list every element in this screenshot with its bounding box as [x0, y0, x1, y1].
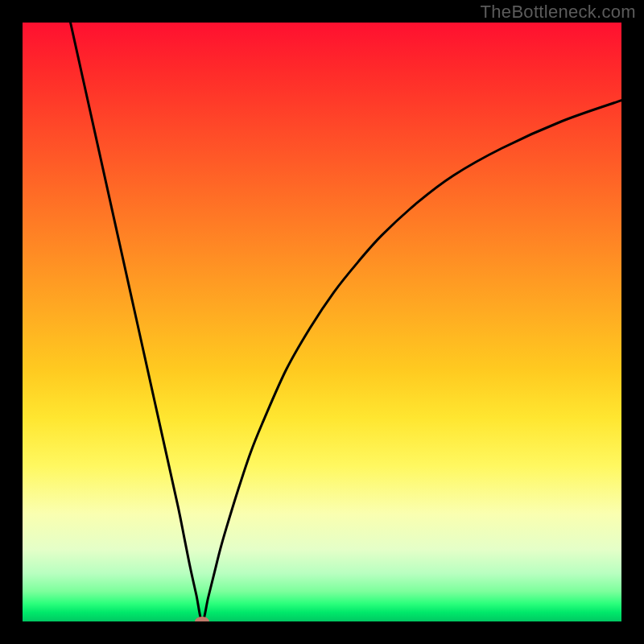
bottleneck-curve	[23, 23, 621, 621]
watermark-text: TheBottleneck.com	[481, 2, 636, 23]
plot-area	[23, 23, 621, 621]
minimum-marker	[195, 617, 209, 621]
chart-frame: TheBottleneck.com	[0, 0, 644, 644]
